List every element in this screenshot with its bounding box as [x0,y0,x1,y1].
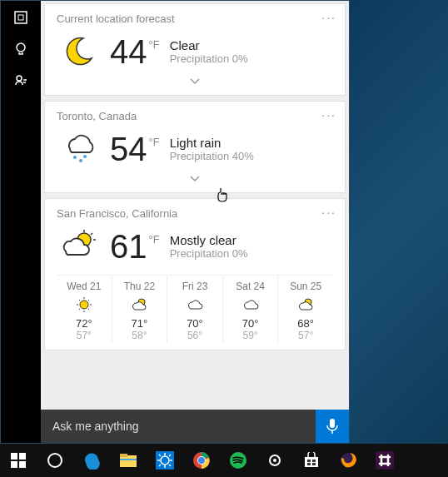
high-temp: 68° [278,317,333,330]
unit-label: °F [149,233,160,266]
store-icon[interactable] [295,444,328,477]
partly-cloudy-icon [278,296,333,314]
svg-point-6 [83,155,87,158]
forecast-day[interactable]: Fri 23 70° 56° [167,276,223,343]
card-more-icon[interactable]: ··· [321,11,336,24]
card-more-icon[interactable]: ··· [321,108,336,122]
temperature: 54 [110,131,147,168]
svg-line-17 [88,309,89,310]
svg-point-2 [17,43,25,52]
partly-cloudy-icon [112,296,167,314]
weather-cards-area: ··· Current location forecast 44 °F Clea… [41,1,349,410]
precip-label: Precipitation 40% [170,150,254,162]
condition-label: Light rain [170,136,254,150]
high-temp: 72° [57,317,112,330]
file-explorer-icon[interactable] [112,444,145,477]
cortana-icon[interactable] [38,444,72,477]
home-icon[interactable] [12,9,29,26]
precip-label: Precipitation 0% [170,52,248,65]
svg-rect-1 [18,15,23,20]
day-label: Fri 23 [167,281,222,292]
svg-point-4 [73,156,77,159]
svg-rect-25 [19,453,26,460]
svg-rect-55 [376,451,394,470]
rain-icon [57,127,100,171]
cortana-search-bar[interactable]: Ask me anything [41,410,349,443]
low-temp: 56° [167,330,222,341]
chrome-icon[interactable] [185,444,218,477]
svg-point-28 [48,454,62,467]
slack-icon[interactable] [368,444,401,477]
forecast-day[interactable]: Sat 24 70° 59° [223,276,279,343]
svg-rect-49 [305,457,318,467]
day-label: Thu 22 [112,281,167,292]
card-more-icon[interactable]: ··· [321,206,336,219]
forecast-day[interactable]: Thu 22 71° 58° [112,276,168,343]
svg-line-18 [88,300,89,301]
temperature: 61 [110,228,147,266]
weather-card-sf[interactable]: ··· San Francisco, California 61 °F Most… [44,198,346,350]
svg-point-11 [80,301,88,309]
svg-rect-27 [19,461,26,468]
forecast-row: Wed 21 72° 57° Thu 22 71° 58° Fri 23 70°… [57,275,333,343]
settings-icon[interactable] [148,444,182,477]
expand-chevron[interactable] [57,73,333,88]
edge-icon[interactable] [75,444,108,477]
sunny-icon [57,296,112,314]
card-title: Current location forecast [57,12,333,25]
svg-rect-51 [312,460,316,462]
low-temp: 57° [57,330,112,341]
unit-label: °F [149,136,160,168]
svg-rect-29 [120,455,137,467]
svg-rect-52 [307,463,311,465]
svg-point-48 [273,459,276,462]
precip-label: Precipitation 0% [170,247,248,260]
bulb-icon[interactable] [12,41,29,57]
condition-label: Mostly clear [170,233,248,247]
weather-card-current[interactable]: ··· Current location forecast 44 °F Clea… [44,3,346,96]
high-temp: 70° [167,317,222,330]
svg-rect-0 [15,12,27,23]
high-temp: 71° [112,317,167,330]
svg-point-3 [17,76,22,81]
cloudy-icon [167,296,222,314]
day-label: Sat 24 [223,281,278,292]
cloudy-icon [223,296,278,314]
condition-label: Clear [170,38,248,52]
moon-icon [57,30,100,73]
low-temp: 57° [278,330,333,341]
weather-card-toronto[interactable]: ··· Toronto, Canada 54 °F Light rain Pre… [44,101,346,193]
day-label: Wed 21 [57,281,112,292]
svg-point-44 [198,457,205,464]
card-title: San Francisco, California [57,207,333,220]
card-title: Toronto, Canada [57,110,333,122]
svg-rect-53 [312,463,316,465]
svg-rect-22 [330,419,335,428]
svg-line-16 [79,300,80,301]
temperature: 44 [110,33,147,71]
forecast-day[interactable]: Sun 25 68° 57° [278,276,333,343]
svg-line-9 [91,233,92,235]
expand-chevron[interactable] [57,171,333,186]
day-label: Sun 25 [278,281,333,292]
low-temp: 58° [112,330,167,341]
cortana-panel: ··· Current location forecast 44 °F Clea… [0,0,350,444]
unit-label: °F [149,38,160,71]
svg-rect-31 [120,459,137,460]
svg-rect-24 [11,453,17,460]
svg-line-19 [79,309,80,310]
svg-point-5 [79,159,82,162]
start-button[interactable] [2,444,35,477]
partly-cloudy-icon [57,225,100,268]
forecast-day[interactable]: Wed 21 72° 57° [57,276,112,343]
firefox-icon[interactable] [331,444,365,477]
mic-button[interactable] [316,410,349,443]
search-placeholder: Ask me anything [52,420,316,433]
taskbar [0,444,448,477]
feedback-icon[interactable] [12,72,29,89]
cortana-left-rail [1,1,41,443]
groove-icon[interactable] [258,444,291,477]
spotify-icon[interactable] [222,444,255,477]
high-temp: 70° [223,317,278,330]
svg-rect-30 [120,454,127,457]
